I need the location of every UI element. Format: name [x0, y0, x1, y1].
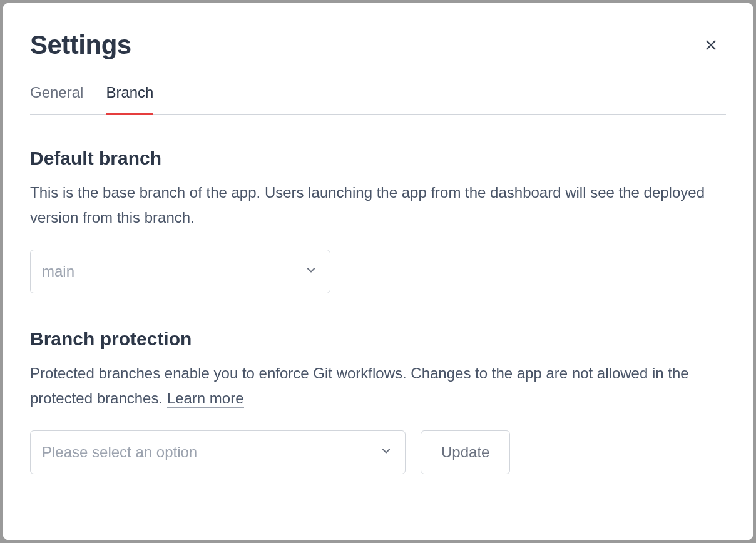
- tab-branch[interactable]: Branch: [106, 84, 153, 115]
- default-branch-description: This is the base branch of the app. User…: [30, 180, 726, 230]
- branch-protection-description: Protected branches enable you to enforce…: [30, 361, 726, 410]
- default-branch-select-value: main: [42, 263, 74, 280]
- learn-more-link[interactable]: Learn more: [167, 390, 244, 408]
- default-branch-section: Default branch This is the base branch o…: [30, 148, 726, 293]
- branch-protection-section: Branch protection Protected branches ena…: [30, 328, 726, 474]
- branch-protection-select-placeholder: Please select an option: [42, 444, 197, 461]
- branch-protection-select[interactable]: Please select an option: [30, 430, 406, 474]
- branch-protection-description-text: Protected branches enable you to enforce…: [30, 365, 689, 407]
- page-title: Settings: [30, 30, 726, 60]
- settings-modal: Settings General Branch Default branch T…: [3, 3, 753, 540]
- update-button-label: Update: [441, 444, 489, 461]
- update-button[interactable]: Update: [421, 430, 510, 474]
- tabs: General Branch: [30, 84, 726, 115]
- chevron-down-icon: [305, 263, 317, 280]
- close-button[interactable]: [703, 38, 718, 53]
- tab-general[interactable]: General: [30, 84, 83, 115]
- default-branch-heading: Default branch: [30, 148, 726, 169]
- chevron-down-icon: [380, 444, 392, 461]
- branch-protection-heading: Branch protection: [30, 328, 726, 350]
- close-icon: [704, 38, 718, 52]
- default-branch-select[interactable]: main: [30, 250, 330, 293]
